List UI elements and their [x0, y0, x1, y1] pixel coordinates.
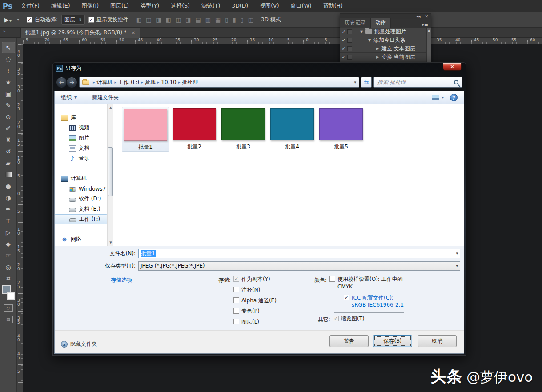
action-row[interactable]: ✓▶建立 文本图层 — [340, 44, 431, 53]
align-icon[interactable]: ▥ — [205, 16, 211, 23]
marquee-tool[interactable]: ◌ — [2, 53, 15, 65]
refresh-button[interactable]: ⇆ — [361, 77, 372, 88]
breadcrumb-item[interactable]: 工作 (F:) — [118, 79, 139, 86]
clone-stamp-tool[interactable]: ♜ — [2, 134, 15, 146]
swap-colors-icon[interactable]: ⇄ — [0, 276, 16, 281]
check-icon[interactable]: ✓ — [340, 37, 347, 43]
store-option-注释(N)[interactable]: 注释(N) — [233, 286, 260, 294]
sidebar-item-软件 (D:)[interactable]: 软件 (D:) — [55, 194, 107, 204]
file-tile-批量5[interactable]: 批量5 — [317, 107, 365, 151]
save-options-link[interactable]: 存储选项 — [111, 276, 132, 284]
breadcrumb-item[interactable]: 计算机 — [97, 79, 113, 86]
crop-tool[interactable]: ▣ — [2, 88, 15, 100]
menu-item[interactable]: 类型(Y) — [135, 2, 165, 10]
store-option-专色(P)[interactable]: 专色(P) — [233, 308, 260, 315]
path-select-tool[interactable]: ▷ — [2, 227, 15, 238]
expand-icon[interactable]: ▼ — [360, 30, 365, 34]
file-tile-批量2[interactable]: 批量2 — [171, 107, 218, 151]
sidebar-item-库[interactable]: 库 — [55, 112, 107, 123]
document-tab[interactable]: 批量1.jpg @ 29.9% (今日头条, RGB/8) * × — [20, 28, 140, 38]
type-tool[interactable]: T — [2, 215, 15, 227]
menu-item[interactable]: 帮助(H) — [317, 2, 349, 10]
menu-item[interactable]: 编辑(E) — [45, 2, 76, 10]
menu-item[interactable]: 窗口(W) — [285, 2, 317, 10]
button-取消[interactable]: 取消 — [418, 335, 457, 347]
organize-menu-button[interactable]: 组织 ▼ — [61, 94, 77, 101]
panel-tab-历史记录[interactable]: 历史记录 — [340, 18, 371, 28]
brush-tool[interactable]: ✐ — [2, 123, 15, 134]
magic-wand-tool[interactable]: ★ — [2, 76, 15, 88]
menu-item[interactable]: 选择(S) — [165, 2, 196, 10]
checkbox-unchecked-icon[interactable] — [233, 297, 239, 303]
blur-tool[interactable]: ● — [2, 180, 15, 192]
move-tool-preset-icon[interactable]: ▶₊ — [3, 16, 14, 24]
menu-item[interactable]: 图层(L) — [104, 2, 135, 10]
toggle-dialog-box[interactable] — [347, 46, 352, 51]
store-option-作为副本(Y)[interactable]: ✓作为副本(Y) — [233, 276, 270, 283]
toggle-dialog-box[interactable] — [347, 29, 352, 34]
menu-item[interactable]: 文件(F) — [15, 2, 45, 10]
actions-scrollbar[interactable] — [426, 28, 431, 63]
button-保存(S)[interactable]: 保存(S) — [373, 335, 412, 347]
sidebar-scrollbar[interactable]: ▲ ▼ — [107, 104, 113, 246]
file-tile-批量4[interactable]: 批量4 — [269, 107, 316, 151]
action-row[interactable]: ✓▼批量处理图片 — [340, 28, 431, 36]
breadcrumb-item[interactable]: 营地 — [145, 79, 156, 86]
dialog-close-button[interactable]: ✕ — [443, 63, 462, 71]
chevron-down-icon[interactable]: ▾ — [456, 251, 458, 256]
button-警告[interactable]: 警告 — [329, 335, 369, 347]
menu-item[interactable]: 滤镜(T) — [196, 2, 226, 10]
back-button[interactable]: ← — [56, 77, 67, 88]
color-swatches[interactable] — [2, 285, 15, 300]
align-icon[interactable]: ◨ — [185, 16, 191, 23]
checkbox-unchecked-icon[interactable] — [233, 319, 239, 324]
forward-button[interactable]: → — [66, 77, 77, 88]
align-icon[interactable]: ▯ — [241, 16, 244, 23]
views-button[interactable]: ▾ — [432, 95, 444, 100]
sidebar-item-Windows7[interactable]: Windows7 — [55, 184, 107, 194]
store-option-Alpha 通道(E)[interactable]: Alpha 通道(E) — [233, 297, 277, 304]
check-icon[interactable]: ✓ — [340, 54, 347, 60]
checkbox-checked-icon[interactable]: ✓ — [233, 276, 239, 282]
new-folder-button[interactable]: 新建文件夹 — [92, 94, 119, 101]
sidebar-item-音乐[interactable]: ♪音乐 — [55, 153, 107, 164]
align-icon[interactable]: ▯ — [225, 16, 228, 23]
dodge-tool[interactable]: ◑ — [2, 192, 15, 204]
chevron-down-icon[interactable]: ▾ — [456, 264, 458, 268]
panel-collapse-icon[interactable]: ◂◂ — [416, 14, 420, 19]
action-row[interactable]: ✓▶变换 当前图层 — [340, 53, 431, 61]
action-row[interactable]: ✓▼添加今日头条 — [340, 36, 431, 44]
color-option-使用校样设置(O): 工作中的 CMYK[interactable]: 使用校样设置(O): 工作中的 CMYK — [329, 276, 410, 291]
tab-close-icon[interactable]: × — [131, 30, 135, 36]
help-button[interactable]: ? — [450, 94, 458, 101]
dialog-titlebar[interactable]: Ps 另存为 — [52, 62, 466, 74]
checkbox-unchecked-icon[interactable] — [329, 276, 335, 282]
align-icon[interactable]: ◨ — [156, 16, 161, 23]
background-color-swatch[interactable] — [7, 292, 15, 300]
toggle-dialog-box[interactable] — [347, 55, 352, 60]
checkbox-checked-icon[interactable]: ✓ — [333, 316, 339, 321]
sidebar-item-计算机[interactable]: 计算机 — [55, 173, 107, 184]
quick-mask-icon[interactable]: ◌ — [4, 304, 13, 312]
zoom-tool[interactable]: ◎ — [2, 261, 15, 273]
align-icon[interactable]: ◫ — [176, 16, 181, 23]
panel-collapse-icon[interactable]: » — [3, 28, 6, 34]
sidebar-item-文档[interactable]: 文档 — [55, 143, 107, 153]
breadcrumb-item[interactable]: 批处理 — [182, 79, 198, 86]
checkbox-unchecked-icon[interactable] — [233, 308, 239, 314]
search-input[interactable]: 搜索 批处理 — [373, 77, 462, 88]
file-tile-批量1[interactable]: 批量1 — [122, 107, 169, 152]
move-tool[interactable]: ↖ — [2, 42, 15, 53]
other-option-缩览图(T)[interactable]: ✓缩览图(T) — [333, 315, 365, 323]
breadcrumb-item[interactable]: 10.10 — [161, 79, 176, 85]
store-option-图层(L)[interactable]: 图层(L) — [233, 318, 259, 326]
align-icon[interactable]: ◫ — [248, 16, 253, 23]
check-icon[interactable]: ✓ — [340, 29, 347, 35]
auto-select-target-dropdown[interactable]: 图层 ⇅ — [61, 15, 85, 25]
eyedropper-tool[interactable]: ✎ — [2, 100, 15, 111]
sidebar-item-视频[interactable]: 视频 — [55, 123, 107, 133]
panel-menu-icon[interactable]: ▾≡ — [422, 22, 431, 28]
expand-icon[interactable]: ▶ — [376, 47, 381, 51]
filename-input[interactable]: 批量1 ▾ — [138, 249, 460, 258]
align-icon[interactable]: ▦ — [215, 16, 221, 23]
